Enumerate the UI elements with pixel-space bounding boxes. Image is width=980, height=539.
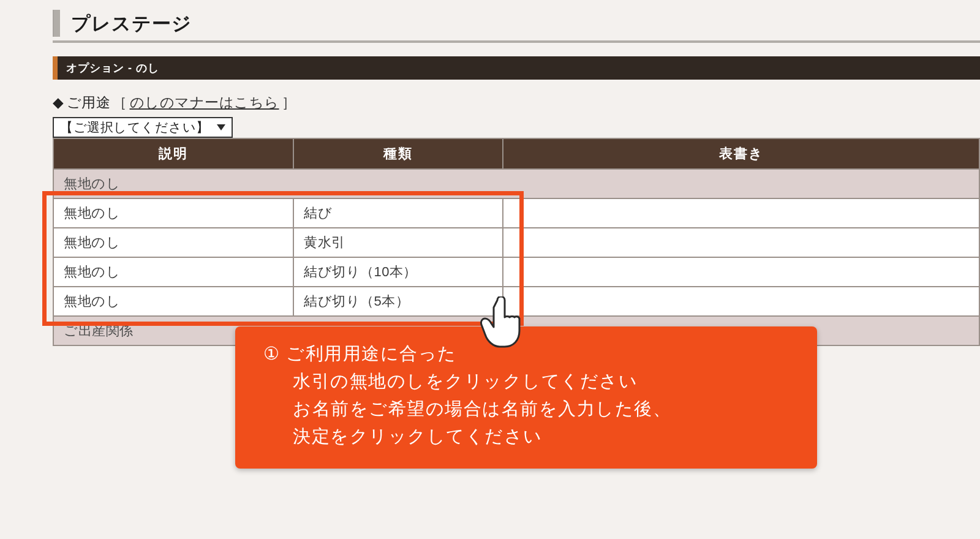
cell-desc[interactable]: 無地のし: [53, 228, 293, 257]
cell-desc[interactable]: 無地のし: [53, 257, 293, 287]
cell-title[interactable]: [503, 198, 979, 228]
usage-prompt-label: ご用途: [67, 93, 111, 112]
cell-desc[interactable]: 無地のし: [53, 198, 293, 228]
callout-number: ①: [263, 340, 281, 368]
bracket-open: ［: [113, 93, 127, 112]
chevron-down-icon: [217, 124, 225, 130]
cell-type[interactable]: 黄水引: [293, 228, 503, 257]
callout-line-1: ご利用用途に合った: [286, 344, 457, 363]
usage-select[interactable]: 【ご選択してください】: [53, 117, 233, 138]
cell-type[interactable]: 結び切り（10本）: [293, 257, 503, 287]
col-type: 種類: [293, 138, 503, 169]
title-marker: [53, 10, 60, 37]
pointer-hand-icon: [479, 296, 526, 348]
usage-select-value: 【ご選択してください】: [60, 119, 209, 136]
section-header: オプション - のし: [53, 56, 980, 80]
bracket-close: ］: [282, 93, 296, 112]
diamond-icon: ◆: [53, 94, 64, 111]
title-underline: [53, 40, 980, 43]
page-title-bar: プレステージ: [53, 2, 980, 40]
callout-line-2: 水引の無地のしをクリックしてください: [293, 368, 800, 395]
noshi-manner-link[interactable]: のしのマナーはこちら: [130, 93, 279, 112]
instruction-callout: ① ご利用用途に合った 水引の無地のしをクリックしてください お名前をご希望の場…: [235, 326, 817, 469]
cell-title[interactable]: [503, 287, 979, 316]
col-desc: 説明: [53, 138, 293, 169]
col-title: 表書き: [503, 138, 979, 169]
cell-title[interactable]: [503, 228, 979, 257]
table-row: 無地のし 黄水引: [53, 228, 979, 257]
callout-line-3: お名前をご希望の場合は名前を入力した後、: [293, 395, 800, 423]
table-row: 無地のし 結び: [53, 198, 979, 228]
cell-title[interactable]: [503, 257, 979, 287]
cell-type[interactable]: 結び: [293, 198, 503, 228]
table-row: 無地のし 結び切り（10本）: [53, 257, 979, 287]
usage-prompt: ◆ ご用途 ［ のしのマナーはこちら ］: [53, 93, 980, 112]
page-title: プレステージ: [71, 11, 192, 37]
cell-desc[interactable]: 無地のし: [53, 287, 293, 316]
cell-type[interactable]: 結び切り（5本）: [293, 287, 503, 316]
table-subheader: 無地のし: [53, 169, 979, 198]
section-header-label: オプション - のし: [66, 61, 159, 75]
callout-line-4: 決定をクリックしてください: [293, 423, 800, 450]
